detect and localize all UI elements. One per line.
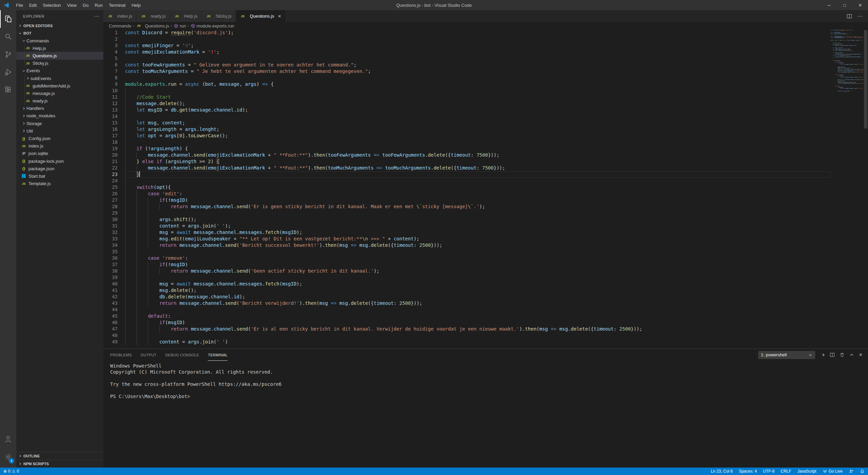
code-line[interactable]: default:: [125, 313, 830, 319]
code-line[interactable]: content = args.join(' '): [125, 339, 830, 345]
go-live-button[interactable]: Go Live: [823, 469, 843, 474]
new-terminal-icon[interactable]: +: [822, 352, 825, 358]
settings-icon[interactable]: 1: [0, 448, 16, 466]
code-line[interactable]: [125, 36, 830, 42]
line-number[interactable]: 17: [103, 133, 122, 139]
accounts-icon[interactable]: [0, 430, 16, 448]
maximize-icon[interactable]: □: [837, 0, 852, 10]
tree-item-message-js[interactable]: JSmessage.js: [16, 90, 103, 97]
line-number[interactable]: 28: [103, 203, 122, 210]
notifications-bell-icon[interactable]: [860, 469, 865, 474]
tab-questions-js[interactable]: JSQuestions.js✕: [236, 10, 286, 22]
code-line[interactable]: let argsLength = args.lenght;: [125, 126, 830, 133]
line-number[interactable]: 23: [103, 171, 122, 178]
code-line[interactable]: return message.channel.send('Bericht ver…: [125, 300, 830, 306]
feedback-icon[interactable]: [849, 469, 854, 474]
code-line[interactable]: args.shift();: [125, 216, 830, 223]
panel-tab-debug-console[interactable]: DEBUG CONSOLE: [165, 349, 199, 361]
code-line[interactable]: message.delete();: [125, 100, 830, 107]
code-line[interactable]: [125, 139, 830, 145]
line-number[interactable]: 39: [103, 274, 122, 281]
code-content[interactable]: const Discord = require('discord.js');co…: [125, 29, 830, 345]
code-line[interactable]: [125, 332, 830, 339]
tree-item-help-js[interactable]: JSHelp.js: [16, 44, 103, 52]
line-number[interactable]: 12: [103, 100, 122, 107]
tree-item-commands[interactable]: Commands: [16, 37, 103, 44]
code-line[interactable]: const emojiFinger = '☝';: [125, 42, 830, 49]
code-line[interactable]: [125, 210, 830, 216]
tree-item-config-json[interactable]: {}Config.json: [16, 135, 103, 142]
line-number[interactable]: 36: [103, 255, 122, 261]
tree-item-questions-js[interactable]: JSQuestions.js: [16, 52, 103, 59]
tab-index-js[interactable]: JSindex.js: [103, 10, 137, 22]
code-line[interactable]: [125, 306, 830, 313]
line-number[interactable]: 44: [103, 306, 122, 313]
line-number[interactable]: 25: [103, 184, 122, 191]
line-number[interactable]: 29: [103, 210, 122, 216]
explorer-icon[interactable]: [0, 10, 16, 28]
menu-edit[interactable]: Edit: [26, 0, 40, 10]
code-line[interactable]: [125, 178, 830, 184]
line-number[interactable]: 40: [103, 281, 122, 287]
menu-go[interactable]: Go: [80, 0, 92, 10]
line-number[interactable]: 19: [103, 145, 122, 152]
line-number[interactable]: 31: [103, 223, 122, 229]
code-line[interactable]: return message.channel.send('Er is al ee…: [125, 326, 830, 332]
line-number[interactable]: 48: [103, 332, 122, 339]
code-line[interactable]: const tooMuchArguments = " Je hebt te ve…: [125, 68, 830, 75]
tab-help-js[interactable]: JSHelp.js: [170, 10, 202, 22]
kill-terminal-icon[interactable]: [840, 352, 845, 357]
panel-tab-terminal[interactable]: TERMINAL: [208, 349, 227, 361]
split-terminal-icon[interactable]: [830, 352, 835, 357]
line-number[interactable]: 16: [103, 126, 122, 133]
line-number[interactable]: 24: [103, 178, 122, 184]
line-number[interactable]: 30: [103, 216, 122, 223]
encoding-setting[interactable]: UTF-8: [763, 469, 774, 474]
tree-item-node-modules[interactable]: node_modules: [16, 112, 103, 120]
line-number[interactable]: 26: [103, 191, 122, 197]
line-number[interactable]: 21: [103, 158, 122, 165]
code-line[interactable]: db.delete(message.channel.id);: [125, 294, 830, 300]
line-number[interactable]: 11: [103, 94, 122, 100]
code-line[interactable]: switch(opt){: [125, 184, 830, 191]
tab-close-icon[interactable]: ✕: [278, 14, 281, 19]
scrollbar-thumb[interactable]: [864, 30, 867, 128]
line-number[interactable]: 33: [103, 236, 122, 242]
tree-item-ready-js[interactable]: JSready.js: [16, 97, 103, 105]
line-number[interactable]: 20: [103, 152, 122, 158]
code-line[interactable]: if (!argsLength) {: [125, 145, 830, 152]
tree-item-guildmemberadd-js[interactable]: JSguildMemberAdd.js: [16, 82, 103, 90]
menu-selection[interactable]: Selection: [40, 0, 64, 10]
code-line[interactable]: message.channel.send(emojiExclamationMar…: [125, 152, 830, 158]
npm-scripts-section[interactable]: NPM SCRIPTS: [16, 460, 103, 468]
code-line[interactable]: msg.edit(emojiLoudspeaker + "** Let op! …: [125, 236, 830, 242]
code-line[interactable]: const tooFewArguments = " Gelieve een ar…: [125, 62, 830, 68]
menu-view[interactable]: View: [64, 0, 80, 10]
panel-tab-output[interactable]: OUTPUT: [141, 349, 157, 361]
tree-item-handlers[interactable]: Handlers: [16, 105, 103, 112]
code-line[interactable]: msg = await message.channel.messages.fet…: [125, 281, 830, 287]
code-line[interactable]: msg = await message.channel.messages.fet…: [125, 229, 830, 236]
close-icon[interactable]: ✕: [852, 0, 868, 10]
breadcrumb-item-run[interactable]: run: [174, 23, 186, 28]
line-number[interactable]: 8: [103, 75, 122, 81]
code-editor[interactable]: 1234567891011121314151617181920212223242…: [103, 29, 868, 349]
line-number[interactable]: 4: [103, 49, 122, 55]
line-number[interactable]: 7: [103, 68, 122, 75]
line-number[interactable]: 18: [103, 139, 122, 145]
code-line[interactable]: [125, 249, 830, 255]
line-number[interactable]: 5: [103, 55, 122, 62]
line-number[interactable]: 3: [103, 42, 122, 49]
code-line[interactable]: if(!msgID): [125, 261, 830, 268]
line-number[interactable]: 46: [103, 319, 122, 326]
tree-item-template-js[interactable]: JSTemplate.js: [16, 180, 103, 187]
tree-item-start-bat[interactable]: Start.bat: [16, 172, 103, 180]
extensions-icon[interactable]: [0, 81, 16, 98]
line-number[interactable]: 15: [103, 120, 122, 126]
line-number[interactable]: 35: [103, 249, 122, 255]
code-line[interactable]: let msgID = db.get(message.channel.id);: [125, 107, 830, 113]
maximize-panel-icon[interactable]: [849, 353, 854, 357]
code-line[interactable]: const Discord = require('discord.js');: [125, 29, 830, 36]
code-line[interactable]: content = args.join(' ');: [125, 223, 830, 229]
code-line[interactable]: }: [125, 171, 830, 178]
